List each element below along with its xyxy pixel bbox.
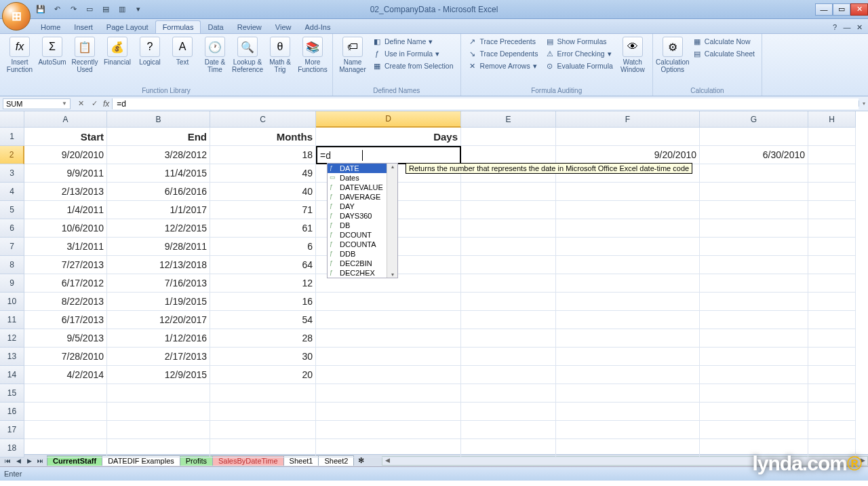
cell[interactable]: 7/27/2013 [24,256,107,274]
cell[interactable] [461,256,556,274]
cell[interactable] [700,128,808,146]
autocomplete-item[interactable]: ƒDEC2HEX [328,268,387,278]
cell[interactable] [461,219,556,238]
cell[interactable] [316,348,461,366]
tab-review[interactable]: Review [231,21,269,33]
cell[interactable] [808,366,856,384]
cell[interactable]: 6 [210,238,316,256]
cell[interactable]: 1/4/2011 [24,201,107,219]
cell[interactable]: 12/13/2018 [107,256,210,274]
row-header[interactable]: 13 [0,348,24,366]
autocomplete-item[interactable]: ƒDEC2BIN [328,259,387,268]
cell[interactable] [24,439,107,457]
formula-autocomplete[interactable]: ƒDATE▭DatesƒDATEVALUEƒDAVERAGEƒDAYƒDAYS3… [327,163,398,278]
row-header[interactable]: 7 [0,238,24,256]
cell[interactable] [808,311,856,329]
column-header[interactable]: D [316,111,461,128]
cell[interactable] [461,421,556,439]
cell[interactable] [107,384,210,403]
cell[interactable] [700,256,808,274]
name-manager-button[interactable]: 🏷Name Manager [337,35,368,75]
cell[interactable]: 9/20/2010 [24,146,107,164]
cell[interactable] [107,403,210,421]
cell[interactable]: 6/30/2010 [700,146,808,164]
cell[interactable] [461,439,556,457]
row-header[interactable]: 16 [0,403,24,421]
tab-data[interactable]: Data [201,21,230,33]
error-checking-button[interactable]: ⚠Error Checking ▾ [542,48,616,60]
autocomplete-item[interactable]: ƒDB [328,221,387,230]
cell[interactable] [700,238,808,256]
cell[interactable] [700,366,808,384]
cell[interactable]: End [107,128,210,146]
cell[interactable]: 9/5/2013 [24,329,107,348]
row-header[interactable]: 2 [0,146,24,164]
cell[interactable] [210,439,316,457]
use-in-formula-button[interactable]: ƒUse in Formula ▾ [370,48,456,60]
cell[interactable] [700,293,808,311]
cell[interactable] [107,439,210,457]
sheet-nav-last-icon[interactable]: ⏭ [35,457,45,464]
expand-formula-bar-icon[interactable]: ▾ [859,100,868,107]
tab-formulas[interactable]: Formulas [155,20,201,33]
row-header[interactable]: 12 [0,329,24,348]
autocomplete-item[interactable]: ƒDAY [328,202,387,211]
cell[interactable]: 9/20/2010 [556,146,700,164]
cell[interactable]: =d [316,146,461,164]
tab-view[interactable]: View [269,21,298,33]
more-functions-button[interactable]: 📚More Functions [297,35,328,75]
row-header[interactable]: 11 [0,311,24,329]
cell[interactable]: 9/9/2011 [24,164,107,183]
cell[interactable] [808,348,856,366]
cell[interactable] [461,329,556,348]
cell[interactable] [700,183,808,201]
enter-icon[interactable]: ✓ [88,98,100,110]
tab-addins[interactable]: Add-Ins [298,21,337,33]
cell[interactable] [556,439,700,457]
cell[interactable] [556,219,700,238]
cell[interactable]: 7/16/2013 [107,274,210,293]
cell[interactable] [700,274,808,293]
watch-window-button[interactable]: 👁Watch Window [617,35,648,75]
cell[interactable]: Start [24,128,107,146]
row-header[interactable]: 4 [0,183,24,201]
maximize-button[interactable]: ▭ [833,3,850,16]
tab-home[interactable]: Home [34,21,67,33]
row-header[interactable]: 18 [0,439,24,457]
cell[interactable] [210,421,316,439]
trace-precedents-button[interactable]: ↗Trace Precedents [465,35,541,48]
column-header[interactable]: C [210,111,316,128]
qat-dropdown-icon[interactable]: ▾ [132,3,145,16]
cell[interactable]: Days [316,128,461,146]
undo-icon[interactable]: ↶ [50,3,64,16]
cell[interactable]: 12/20/2017 [107,311,210,329]
cell[interactable]: 4/2/2014 [24,366,107,384]
sheet-nav-prev-icon[interactable]: ◀ [14,457,23,464]
cell[interactable] [24,384,107,403]
autocomplete-item[interactable]: ▭Dates [328,173,387,183]
cell[interactable]: 40 [210,183,316,201]
logical-button[interactable]: ?Logical [134,35,165,67]
cell[interactable] [461,201,556,219]
cell[interactable] [808,384,856,403]
cell[interactable] [808,164,856,183]
autocomplete-item[interactable]: ƒDDB [328,249,387,259]
column-header[interactable]: F [556,111,700,128]
create-from-selection-button[interactable]: ▦Create from Selection [370,60,456,72]
cell[interactable] [316,421,461,439]
cell[interactable] [700,329,808,348]
workbook-close-icon[interactable]: ✕ [854,23,864,32]
show-formulas-button[interactable]: ▤Show Formulas [542,35,616,48]
cell[interactable] [808,238,856,256]
cell[interactable] [461,403,556,421]
cell[interactable] [556,366,700,384]
cell[interactable] [461,183,556,201]
calculate-sheet-button[interactable]: ▤Calculate Sheet [690,48,757,60]
select-all-button[interactable] [0,111,24,128]
row-header[interactable]: 1 [0,128,24,146]
cell[interactable] [316,293,461,311]
cell[interactable] [808,421,856,439]
cell[interactable] [700,201,808,219]
cell[interactable]: 2/13/2013 [24,183,107,201]
cell[interactable] [461,146,556,164]
